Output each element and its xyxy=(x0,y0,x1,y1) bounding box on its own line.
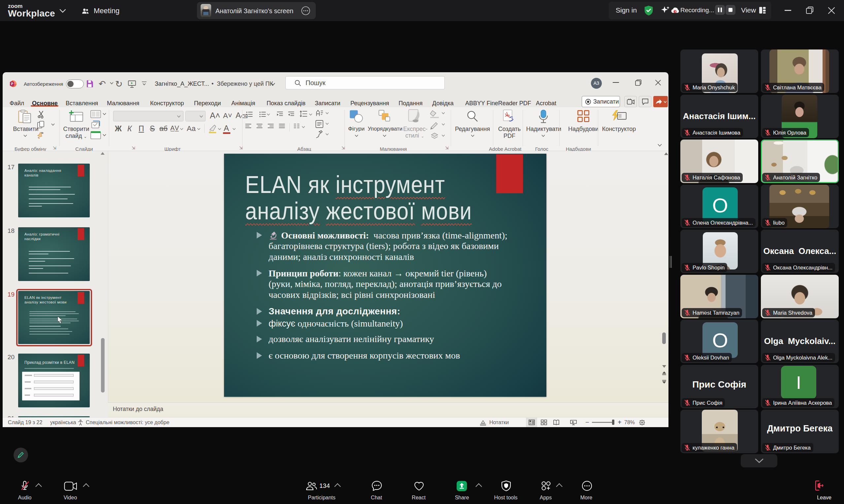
svg-text:P: P xyxy=(11,82,13,86)
